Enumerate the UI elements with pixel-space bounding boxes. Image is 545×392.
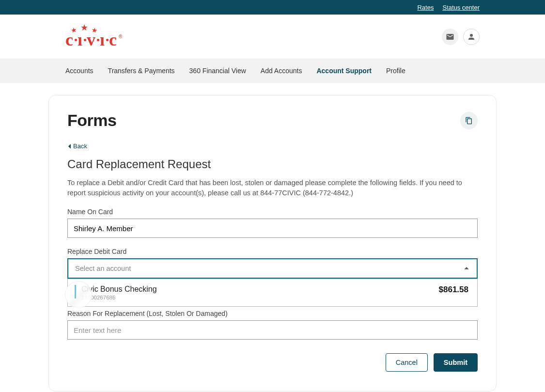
replace-debit-label: Replace Debit Card [67,248,478,255]
cancel-button[interactable]: Cancel [386,353,428,372]
chevron-left-icon [67,143,71,149]
mail-icon[interactable] [442,29,458,45]
nav-transfers[interactable]: Transfers & Payments [108,67,175,75]
form-description: To replace a Debit and/or Credit Card th… [67,178,478,198]
account-option[interactable]: Civic Bonus Checking 11000267686 $861.58 [68,279,477,306]
form-heading: Card Replacement Request [67,157,478,171]
select-placeholder: Select an account [75,265,131,272]
submit-button[interactable]: Submit [434,353,478,372]
name-on-card-input[interactable] [67,219,478,238]
rates-link[interactable]: Rates [417,4,434,11]
top-utility-bar: Rates Status center [0,0,545,15]
account-select[interactable]: Select an account [67,258,478,279]
option-indicator-icon [75,285,76,298]
back-label: Back [73,142,87,150]
reason-label: Reason For Replacement (Lost, Stolen Or … [67,310,478,317]
status-center-link[interactable]: Status center [442,4,480,11]
reason-input[interactable] [67,320,478,340]
logo[interactable]: ★★★ cıvıc ® [65,23,122,50]
nav-add-accounts[interactable]: Add Accounts [261,67,302,75]
nav-accounts[interactable]: Accounts [65,67,93,75]
option-account-amount: $861.58 [439,285,468,295]
profile-icon[interactable] [463,29,480,45]
account-dropdown: Civic Bonus Checking 11000267686 $861.58 [67,279,478,307]
primary-nav: Accounts Transfers & Payments 360 Financ… [0,59,545,83]
nav-account-support[interactable]: Account Support [316,67,372,75]
forms-card: Forms Back Card Replacement Request To r… [48,95,497,392]
name-on-card-label: Name On Card [67,208,478,216]
option-account-name: Civic Bonus Checking [81,285,157,294]
back-link[interactable]: Back [67,142,478,150]
chevron-up-icon [463,265,470,272]
registered-mark-icon: ® [118,23,122,39]
nav-profile[interactable]: Profile [386,67,405,75]
copy-icon[interactable] [460,112,478,129]
logo-stars-icon: ★★★ [71,22,97,33]
nav-financial[interactable]: 360 Financial View [189,67,246,75]
page-title: Forms [67,111,116,130]
option-account-number: 11000267686 [81,295,157,300]
site-header: ★★★ cıvıc ® [0,15,545,59]
